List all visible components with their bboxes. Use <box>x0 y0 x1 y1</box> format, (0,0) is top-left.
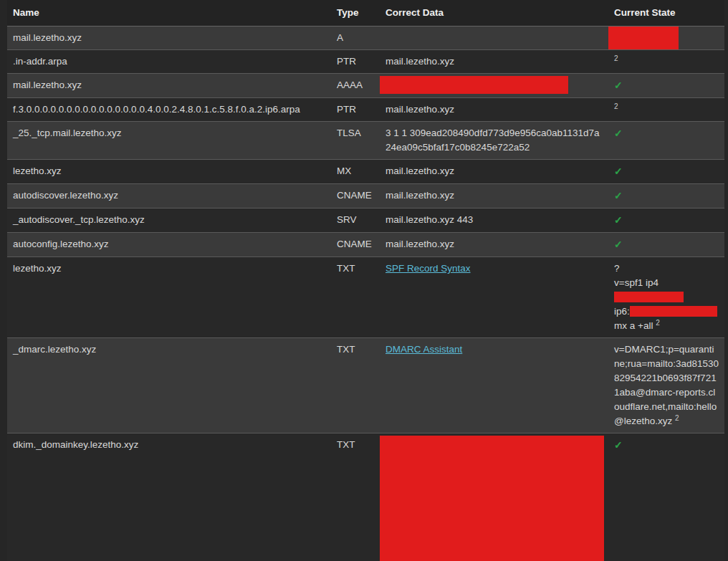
record-correct-data: SPF Record Syntax <box>380 257 608 338</box>
redacted-block <box>630 306 717 317</box>
record-name: lezetho.xyz <box>7 160 331 184</box>
record-correct-data: mail.lezetho.xyz <box>380 98 608 122</box>
state-line: v=spf1 ip4 <box>614 276 719 305</box>
dns-table-body: mail.lezetho.xyzA.in-addr.arpaPTRmail.le… <box>7 27 724 561</box>
record-type: TLSA <box>331 122 380 160</box>
check-icon: ✓ <box>614 439 623 451</box>
state-line: ✓ <box>614 164 719 179</box>
table-row: dkim._domainkey.lezetho.xyzTXT✓ <box>7 433 724 561</box>
record-type: SRV <box>331 208 380 233</box>
text-value: v=DMARC1;p=quarantine;rua=mailto:3ad8153… <box>614 344 719 426</box>
column-header-type: Type <box>331 0 380 27</box>
table-row: _25._tcp.mail.lezetho.xyzTLSA3 1 1 309ea… <box>7 122 724 160</box>
record-correct-data: mail.lezetho.xyz <box>380 184 608 208</box>
record-correct-data: mail.lezetho.xyz 443 <box>380 208 608 233</box>
state-line: 2 <box>614 102 719 117</box>
record-type: A <box>331 27 380 50</box>
table-row: _autodiscover._tcp.lezetho.xyzSRVmail.le… <box>7 208 724 233</box>
state-line: 2 <box>614 54 719 69</box>
text-value: mail.lezetho.xyz <box>385 239 454 249</box>
text-value: mail.lezetho.xyz <box>385 190 454 201</box>
state-line: ✓ <box>614 188 719 203</box>
record-current-state: ✓ <box>608 233 724 257</box>
record-current-state <box>608 27 724 50</box>
dns-records-table: Name Type Correct Data Current State mai… <box>7 0 724 561</box>
record-type: PTR <box>331 50 380 74</box>
record-current-state: ✓ <box>608 184 724 208</box>
table-row: _dmarc.lezetho.xyzTXTDMARC Assistantv=DM… <box>7 338 724 433</box>
record-type: TXT <box>331 338 380 433</box>
record-type: CNAME <box>331 184 380 208</box>
state-line: ip6: <box>614 305 719 319</box>
record-current-state: v=DMARC1;p=quarantine;rua=mailto:3ad8153… <box>608 338 724 433</box>
text-value: ? <box>614 263 620 274</box>
redacted-block <box>380 436 604 561</box>
redacted-block <box>608 27 679 50</box>
table-row: lezetho.xyzMXmail.lezetho.xyz✓ <box>7 160 724 184</box>
footnote-marker: 2 <box>614 54 618 62</box>
record-correct-data: DMARC Assistant <box>380 338 608 433</box>
table-row: .in-addr.arpaPTRmail.lezetho.xyz2 <box>7 50 724 74</box>
text-value: v=spf1 ip4 <box>614 277 658 288</box>
text-value: ip6: <box>614 306 630 317</box>
record-type: CNAME <box>331 233 380 257</box>
table-row: mail.lezetho.xyzA <box>7 27 724 50</box>
check-icon: ✓ <box>614 214 623 226</box>
record-correct-data <box>380 74 608 98</box>
check-icon: ✓ <box>614 239 623 250</box>
check-icon: ✓ <box>614 80 623 91</box>
record-type: MX <box>331 160 380 184</box>
text-value: mail.lezetho.xyz <box>385 166 454 176</box>
record-correct-data <box>380 433 608 561</box>
record-correct-data: mail.lezetho.xyz <box>380 233 608 257</box>
column-header-current-state: Current State <box>608 0 724 27</box>
record-type: PTR <box>331 98 380 122</box>
state-line: v=DMARC1;p=quarantine;rua=mailto:3ad8153… <box>614 342 719 428</box>
text-value: mail.lezetho.xyz <box>385 104 454 115</box>
record-current-state: ✓ <box>608 208 724 233</box>
record-current-state: ?v=spf1 ip4ip6:mx a +all 2 <box>608 257 724 338</box>
record-current-state: ✓ <box>608 74 724 98</box>
table-header-row: Name Type Correct Data Current State <box>7 0 724 27</box>
record-current-state: ✓ <box>608 160 724 184</box>
record-name: .in-addr.arpa <box>7 50 331 74</box>
record-correct-data <box>380 27 608 50</box>
dmarc-assistant-link[interactable]: DMARC Assistant <box>385 344 462 355</box>
table-row: autoconfig.lezetho.xyzCNAMEmail.lezetho.… <box>7 233 724 257</box>
footnote-marker: 2 <box>675 414 679 422</box>
spf-record-syntax-link[interactable]: SPF Record Syntax <box>385 263 471 274</box>
check-icon: ✓ <box>614 128 623 139</box>
text-value: mx a +all <box>614 320 656 331</box>
state-line: ✓ <box>614 237 719 252</box>
state-line: ✓ <box>614 213 719 228</box>
redacted-block <box>380 76 568 94</box>
footnote-marker: 2 <box>656 319 660 327</box>
record-name: autoconfig.lezetho.xyz <box>7 233 331 257</box>
record-current-state: ✓ <box>608 122 724 160</box>
state-line: ✓ <box>614 438 719 453</box>
text-value: mail.lezetho.xyz <box>385 56 454 67</box>
record-correct-data: mail.lezetho.xyz <box>380 160 608 184</box>
text-value: mail.lezetho.xyz 443 <box>385 214 473 225</box>
state-line: mx a +all 2 <box>614 319 719 333</box>
table-row: autodiscover.lezetho.xyzCNAMEmail.lezeth… <box>7 184 724 208</box>
state-line: ✓ <box>614 126 719 141</box>
check-icon: ✓ <box>614 190 623 201</box>
record-name: f.3.0.0.0.0.0.0.0.0.0.0.0.0.0.0.0.4.0.0.… <box>7 98 331 122</box>
footnote-marker: 2 <box>614 102 618 110</box>
dns-table-container: Name Type Correct Data Current State mai… <box>7 0 724 561</box>
text-value: 3 1 1 309ead208490dfd773d9e956ca0ab1131d… <box>385 128 600 153</box>
record-name: autodiscover.lezetho.xyz <box>7 184 331 208</box>
record-name: mail.lezetho.xyz <box>7 74 331 98</box>
record-correct-data: 3 1 1 309ead208490dfd773d9e956ca0ab1131d… <box>380 122 608 160</box>
state-line: ? <box>614 262 719 276</box>
column-header-correct-data: Correct Data <box>380 0 608 27</box>
record-name: dkim._domainkey.lezetho.xyz <box>7 433 331 561</box>
column-header-name: Name <box>7 0 331 27</box>
state-line <box>614 31 719 45</box>
record-name: _autodiscover._tcp.lezetho.xyz <box>7 208 331 233</box>
record-name: _dmarc.lezetho.xyz <box>7 338 331 433</box>
record-name: lezetho.xyz <box>7 257 331 338</box>
record-type: TXT <box>331 433 380 561</box>
record-current-state: 2 <box>608 98 724 122</box>
